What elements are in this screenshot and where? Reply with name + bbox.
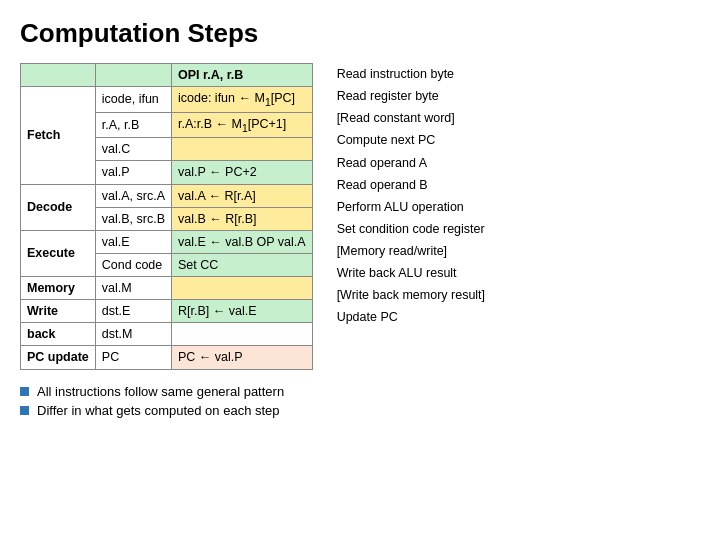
table-row-memory: Memory val.M [21, 277, 313, 300]
field-valp: val.P [95, 161, 171, 184]
table-row-writeback: Write dst.E R[r.B] ← val.E [21, 300, 313, 323]
bullet-text-1: All instructions follow same general pat… [37, 384, 284, 399]
stage-execute: Execute [21, 230, 96, 276]
bullet-text-2: Differ in what gets computed on each ste… [37, 403, 280, 418]
field-vala: val.A, src.A [95, 184, 171, 207]
field-dste: dst.E [95, 300, 171, 323]
field-valb: val.B, src.B [95, 207, 171, 230]
table-row-execute-vale: Execute val.E val.E ← val.B OP val.A [21, 230, 313, 253]
note-8: Set condition code register [337, 218, 485, 240]
header-value: OPI r.A, r.B [172, 64, 313, 87]
field-cond: Cond code [95, 253, 171, 276]
table-row-header: OPI r.A, r.B [21, 64, 313, 87]
note-5: Read operand A [337, 152, 485, 174]
field-vale: val.E [95, 230, 171, 253]
value-pc: PC ← val.P [172, 346, 313, 369]
bullet-item-2: Differ in what gets computed on each ste… [20, 403, 700, 418]
computation-table: OPI r.A, r.B Fetch icode, ifun icode: if… [20, 63, 313, 370]
note-11: [Write back memory result] [337, 284, 485, 306]
note-12: Update PC [337, 306, 485, 328]
bullet-icon-2 [20, 406, 29, 415]
stage-fetch: Fetch [21, 87, 96, 184]
stage-memory: Memory [21, 277, 96, 300]
note-3: [Read constant word] [337, 107, 485, 129]
table-row-decode-vala: Decode val.A, src.A val.A ← R[r.A] [21, 184, 313, 207]
bullet-item-1: All instructions follow same general pat… [20, 384, 700, 399]
page-title: Computation Steps [20, 18, 700, 49]
header-field [95, 64, 171, 87]
note-6: Read operand B [337, 174, 485, 196]
note-10: Write back ALU result [337, 262, 485, 284]
stage-writeback: Write [21, 300, 96, 323]
value-valb: val.B ← R[r.B] [172, 207, 313, 230]
stage-decode: Decode [21, 184, 96, 230]
value-icode: icode: ifun ← M1[PC] [172, 87, 313, 113]
stage-back: back [21, 323, 96, 346]
value-valp: val.P ← PC+2 [172, 161, 313, 184]
note-9: [Memory read/write] [337, 240, 485, 262]
field-pc: PC [95, 346, 171, 369]
field-icode: icode, ifun [95, 87, 171, 113]
note-4: Compute next PC [337, 129, 485, 151]
bullets-section: All instructions follow same general pat… [20, 384, 700, 418]
field-valc: val.C [95, 138, 171, 161]
field-ra: r.A, r.B [95, 112, 171, 138]
note-1: Read instruction byte [337, 63, 485, 85]
value-vale: val.E ← val.B OP val.A [172, 230, 313, 253]
value-dstm [172, 323, 313, 346]
header-stage [21, 64, 96, 87]
value-cond: Set CC [172, 253, 313, 276]
value-vala: val.A ← R[r.A] [172, 184, 313, 207]
value-valc [172, 138, 313, 161]
table-row-pcupdate: PC update PC PC ← val.P [21, 346, 313, 369]
main-layout: OPI r.A, r.B Fetch icode, ifun icode: if… [20, 63, 700, 370]
note-7: Perform ALU operation [337, 196, 485, 218]
table-row-back: back dst.M [21, 323, 313, 346]
value-valm [172, 277, 313, 300]
value-dste: R[r.B] ← val.E [172, 300, 313, 323]
field-valm: val.M [95, 277, 171, 300]
table-wrapper: OPI r.A, r.B Fetch icode, ifun icode: if… [20, 63, 313, 370]
table-row-fetch-icode: Fetch icode, ifun icode: ifun ← M1[PC] [21, 87, 313, 113]
stage-pcupdate: PC update [21, 346, 96, 369]
field-dstm: dst.M [95, 323, 171, 346]
value-ra: r.A:r.B ← M1[PC+1] [172, 112, 313, 138]
bullet-icon-1 [20, 387, 29, 396]
notes-column: Read instruction byte Read register byte… [327, 63, 485, 329]
note-2: Read register byte [337, 85, 485, 107]
